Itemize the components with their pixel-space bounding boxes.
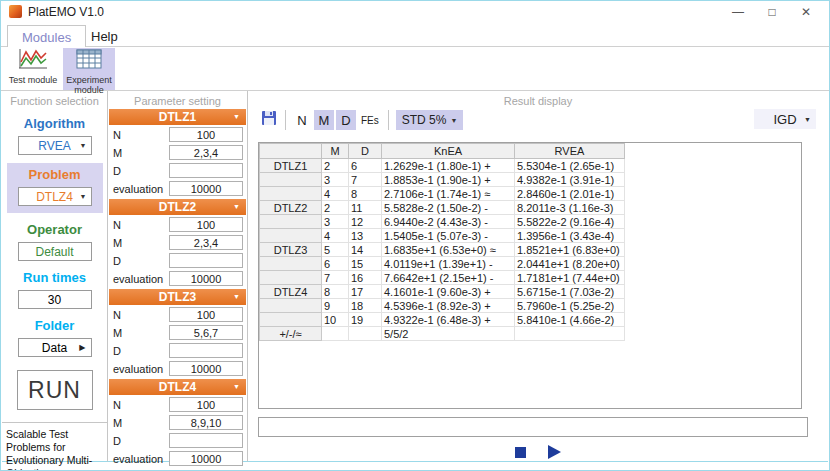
save-button[interactable] bbox=[258, 110, 280, 130]
table-cell: DTLZ4 bbox=[260, 285, 322, 299]
table-cell bbox=[260, 299, 322, 313]
ribbon: Test module Experiment module bbox=[1, 47, 829, 91]
separator bbox=[285, 110, 286, 130]
problem-value: DTLZ4 bbox=[36, 190, 73, 204]
table-cell: 7 bbox=[322, 271, 349, 285]
column-header: M bbox=[322, 144, 349, 159]
folder-menu[interactable]: Data ▶ bbox=[18, 338, 92, 357]
parameter-row: D bbox=[109, 432, 246, 449]
parameter-input[interactable] bbox=[169, 271, 243, 286]
parameter-row: evaluation bbox=[109, 270, 246, 287]
chevron-down-icon: ▼ bbox=[804, 116, 811, 123]
run-button[interactable]: RUN bbox=[17, 370, 93, 410]
parameter-input[interactable] bbox=[169, 163, 243, 178]
parameter-setting-panel: Parameter setting DTLZ1 ▼ N M D evaluati… bbox=[108, 91, 248, 462]
maximize-button[interactable]: □ bbox=[755, 1, 789, 23]
table-cell: 1.6835e+1 (6.53e+0) ≈ bbox=[382, 243, 515, 257]
table-cell: 4.1601e-1 (9.60e-3) + bbox=[382, 285, 515, 299]
result-table[interactable]: MDKnEARVEA DTLZ1261.2629e-1 (1.80e-1) +5… bbox=[259, 143, 625, 341]
algorithm-select[interactable]: RVEA ▼ bbox=[18, 136, 92, 155]
table-cell: 8 bbox=[349, 187, 382, 201]
table-cell: 11 bbox=[349, 201, 382, 215]
test-module-button[interactable]: Test module bbox=[7, 48, 59, 90]
close-button[interactable]: ✕ bbox=[789, 1, 823, 23]
parameter-input[interactable] bbox=[169, 127, 243, 142]
parameter-input[interactable] bbox=[169, 361, 243, 376]
divider bbox=[2, 422, 107, 423]
parameter-label: D bbox=[113, 435, 169, 447]
table-cell bbox=[515, 327, 625, 341]
parameter-group-header[interactable]: DTLZ1 ▼ bbox=[109, 109, 246, 125]
parameter-row: D bbox=[109, 342, 246, 359]
parameter-group-header[interactable]: DTLZ2 ▼ bbox=[109, 199, 246, 215]
toolbar-button-FEs[interactable]: FEs bbox=[358, 110, 382, 130]
parameter-input[interactable] bbox=[169, 433, 243, 448]
parameter-input[interactable] bbox=[169, 343, 243, 358]
table-cell bbox=[260, 187, 322, 201]
table-cell: 1.2629e-1 (1.80e-1) + bbox=[382, 159, 515, 173]
parameter-input[interactable] bbox=[169, 397, 243, 412]
menubar: Modules Help bbox=[1, 23, 829, 47]
stop-button[interactable] bbox=[515, 447, 526, 458]
parameter-group-title: DTLZ3 bbox=[159, 290, 196, 304]
table-cell: 1.8853e-1 (1.90e-1) + bbox=[382, 173, 515, 187]
operator-button[interactable]: Default bbox=[18, 242, 92, 261]
parameter-input[interactable] bbox=[169, 253, 243, 268]
parameter-input[interactable] bbox=[169, 181, 243, 196]
table-cell: 13 bbox=[349, 229, 382, 243]
problem-block: Problem DTLZ4 ▼ bbox=[7, 163, 103, 213]
parameter-group-header[interactable]: DTLZ3 ▼ bbox=[109, 289, 246, 305]
metric-select[interactable]: IGD ▼ bbox=[754, 109, 816, 129]
toolbar-button-N[interactable]: N bbox=[292, 110, 312, 130]
run-times-label: Run times bbox=[2, 270, 107, 285]
algorithm-value: RVEA bbox=[38, 139, 70, 153]
parameter-input[interactable] bbox=[169, 325, 243, 340]
parameter-row: evaluation bbox=[109, 360, 246, 377]
toolbar-button-M[interactable]: M bbox=[314, 110, 334, 130]
parameter-input[interactable] bbox=[169, 415, 243, 430]
tab-help[interactable]: Help bbox=[77, 25, 132, 48]
table-cell: 2.8460e-1 (2.01e-1) bbox=[515, 187, 625, 201]
table-cell: 1.5405e-1 (5.07e-3) - bbox=[382, 229, 515, 243]
table-cell: 5.5828e-2 (1.50e-2) - bbox=[382, 201, 515, 215]
parameter-input[interactable] bbox=[169, 217, 243, 232]
table-cell: 7.6642e+1 (2.15e+1) - bbox=[382, 271, 515, 285]
run-times-value: 30 bbox=[48, 293, 61, 307]
std-dropdown[interactable]: STD 5% ▼ bbox=[396, 110, 464, 130]
parameter-row: N bbox=[109, 396, 246, 413]
table-cell: 7 bbox=[349, 173, 382, 187]
parameter-row: N bbox=[109, 126, 246, 143]
play-button[interactable] bbox=[548, 445, 561, 459]
panel-title: Function selection bbox=[2, 91, 107, 107]
table-cell: 4.5396e-1 (8.92e-3) + bbox=[382, 299, 515, 313]
parameter-row: M bbox=[109, 414, 246, 431]
minimize-button[interactable]: — bbox=[721, 1, 755, 23]
problem-description: Scalable Test Problems for Evolutionary … bbox=[2, 428, 107, 471]
chevron-down-icon: ▼ bbox=[80, 193, 87, 200]
problem-select[interactable]: DTLZ4 ▼ bbox=[18, 187, 92, 206]
chevron-down-icon: ▼ bbox=[233, 379, 240, 395]
run-times-input[interactable]: 30 bbox=[18, 290, 92, 309]
parameter-label: N bbox=[113, 219, 169, 231]
parameter-group-header[interactable]: DTLZ4 ▼ bbox=[109, 379, 246, 395]
parameter-row: D bbox=[109, 162, 246, 179]
chevron-down-icon: ▼ bbox=[233, 199, 240, 215]
tab-modules[interactable]: Modules bbox=[7, 25, 86, 48]
parameter-input[interactable] bbox=[169, 451, 243, 466]
floppy-disk-icon bbox=[261, 110, 277, 130]
algorithm-label: Algorithm bbox=[2, 116, 107, 131]
table-cell: 15 bbox=[349, 257, 382, 271]
table-cell bbox=[260, 313, 322, 327]
table-cell: 14 bbox=[349, 243, 382, 257]
experiment-module-button[interactable]: Experiment module bbox=[63, 48, 115, 90]
folder-value: Data bbox=[42, 341, 67, 355]
parameter-input[interactable] bbox=[169, 235, 243, 250]
operator-label: Operator bbox=[2, 222, 107, 237]
parameter-input[interactable] bbox=[169, 145, 243, 160]
toolbar-button-D[interactable]: D bbox=[336, 110, 356, 130]
parameter-input[interactable] bbox=[169, 307, 243, 322]
column-header: RVEA bbox=[515, 144, 625, 159]
table-row: 9184.5396e-1 (8.92e-3) +5.7960e-1 (5.25e… bbox=[260, 299, 625, 313]
table-row: DTLZ1261.2629e-1 (1.80e-1) +5.5304e-1 (2… bbox=[260, 159, 625, 173]
table-cell: 3 bbox=[322, 215, 349, 229]
